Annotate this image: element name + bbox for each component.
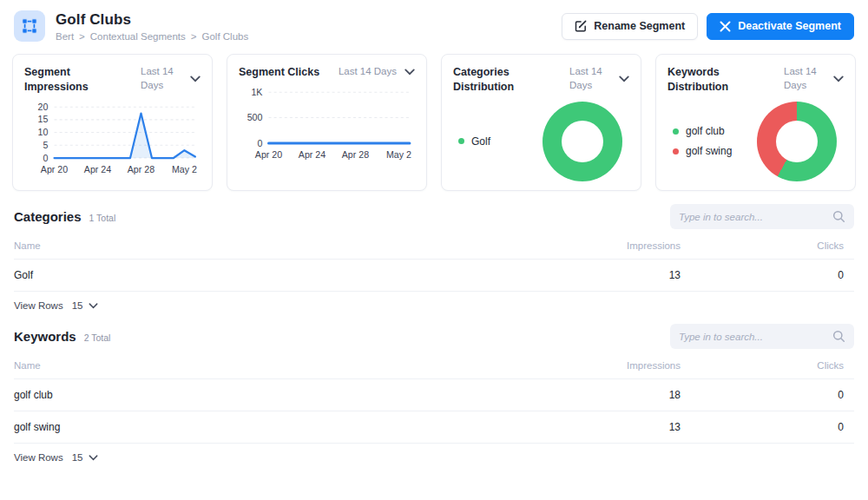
cell-name: Golf bbox=[14, 269, 568, 281]
breadcrumb-separator: > bbox=[191, 31, 197, 42]
svg-text:Apr 24: Apr 24 bbox=[84, 164, 111, 174]
chevron-down-icon bbox=[89, 303, 98, 309]
edit-icon bbox=[575, 20, 587, 32]
categories-table-body: Golf130 bbox=[14, 260, 854, 292]
legend-label: golf club bbox=[686, 125, 725, 137]
card-title: Segment Clicks bbox=[239, 65, 323, 80]
cell-name: golf swing bbox=[14, 421, 568, 433]
svg-text:Apr 20: Apr 20 bbox=[255, 149, 282, 160]
keywords-search bbox=[670, 324, 854, 349]
column-header-impressions: Impressions bbox=[568, 360, 681, 371]
chevron-down-icon bbox=[619, 76, 629, 82]
summary-cards: Segment Impressions Last 14 Days 0510152… bbox=[12, 54, 856, 191]
cell-clicks: 0 bbox=[681, 269, 854, 281]
column-header-impressions: Impressions bbox=[568, 240, 681, 251]
svg-text:5: 5 bbox=[43, 140, 48, 150]
svg-text:May 2: May 2 bbox=[172, 164, 197, 174]
svg-text:Apr 24: Apr 24 bbox=[299, 149, 326, 160]
keywords-section-title: Keywords bbox=[14, 329, 76, 344]
keywords-table-body: golf club180golf swing130 bbox=[14, 379, 854, 444]
search-icon bbox=[832, 330, 845, 343]
categories-table-header: Name Impressions Clicks bbox=[14, 229, 854, 260]
date-range-selector[interactable]: Last 14 Days bbox=[339, 65, 415, 79]
categories-donut-chart bbox=[542, 102, 622, 181]
rename-segment-button[interactable]: Rename Segment bbox=[562, 13, 698, 40]
page-header: Golf Clubs Bert > Contextual Segments > … bbox=[0, 0, 868, 49]
categories-distribution-card: Categories Distribution Last 14 Days Gol… bbox=[441, 54, 641, 191]
svg-text:Apr 28: Apr 28 bbox=[128, 164, 155, 174]
date-range-selector[interactable]: Last 14 Days bbox=[569, 65, 629, 92]
column-header-name: Name bbox=[14, 360, 568, 371]
chevron-down-icon bbox=[89, 455, 98, 461]
cell-clicks: 0 bbox=[681, 421, 854, 433]
date-range-label: Last 14 Days bbox=[784, 65, 825, 92]
view-rows-label: View Rows bbox=[14, 452, 63, 463]
legend-item[interactable]: Golf bbox=[458, 135, 490, 148]
svg-text:1K: 1K bbox=[251, 87, 262, 97]
deactivate-segment-button[interactable]: Deactivate Segment bbox=[707, 13, 854, 40]
card-title: Keywords Distribution bbox=[667, 65, 763, 95]
svg-text:15: 15 bbox=[38, 114, 49, 124]
categories-section-title: Categories bbox=[14, 209, 82, 224]
legend-item[interactable]: golf club bbox=[673, 125, 732, 137]
legend-item[interactable]: golf swing bbox=[673, 145, 732, 157]
cell-name: golf club bbox=[14, 389, 568, 401]
segment-clicks-card: Segment Clicks Last 14 Days 05001KApr 20… bbox=[227, 54, 427, 191]
table-row[interactable]: golf swing130 bbox=[14, 411, 854, 444]
view-rows-value: 15 bbox=[72, 452, 83, 463]
view-rows-value: 15 bbox=[72, 300, 83, 311]
chevron-down-icon bbox=[404, 69, 415, 76]
categories-donut-legend: Golf bbox=[458, 135, 490, 148]
categories-search bbox=[670, 204, 854, 229]
keywords-donut-legend: golf clubgolf swing bbox=[673, 125, 732, 157]
svg-text:0: 0 bbox=[43, 152, 48, 162]
keywords-search-input[interactable] bbox=[679, 332, 832, 342]
breadcrumb-separator: > bbox=[79, 31, 85, 42]
breadcrumb-item-golf-clubs: Golf Clubs bbox=[201, 31, 248, 42]
table-row[interactable]: golf club180 bbox=[14, 379, 854, 411]
keywords-section: Keywords 2 Total Name Impressions Clicks… bbox=[14, 324, 854, 463]
view-rows-selector[interactable]: View Rows 15 bbox=[14, 300, 854, 311]
table-row[interactable]: Golf130 bbox=[14, 260, 854, 292]
card-title: Segment Impressions bbox=[24, 65, 120, 95]
date-range-label: Last 14 Days bbox=[569, 65, 611, 92]
breadcrumb: Bert > Contextual Segments > Golf Clubs bbox=[56, 31, 248, 42]
svg-text:10: 10 bbox=[38, 127, 49, 137]
donut-hole bbox=[776, 121, 818, 162]
keywords-distribution-card: Keywords Distribution Last 14 Days golf … bbox=[655, 54, 856, 191]
svg-text:20: 20 bbox=[38, 101, 49, 111]
svg-text:May 2: May 2 bbox=[386, 149, 411, 160]
date-range-label: Last 14 Days bbox=[339, 65, 397, 79]
keywords-total-badge: 2 Total bbox=[84, 332, 111, 343]
column-header-clicks: Clicks bbox=[681, 240, 854, 251]
categories-search-input[interactable] bbox=[679, 212, 832, 222]
segment-impressions-card: Segment Impressions Last 14 Days 0510152… bbox=[12, 54, 213, 191]
legend-dot-icon bbox=[458, 138, 464, 144]
breadcrumb-item-contextual-segments[interactable]: Contextual Segments bbox=[90, 31, 186, 42]
cell-clicks: 0 bbox=[681, 389, 854, 401]
categories-section: Categories 1 Total Name Impressions Clic… bbox=[14, 204, 854, 311]
svg-text:Apr 20: Apr 20 bbox=[41, 164, 68, 174]
impressions-line-chart: 05101520Apr 20Apr 24Apr 28May 2 bbox=[24, 98, 201, 187]
breadcrumb-item-bert[interactable]: Bert bbox=[56, 31, 74, 42]
segment-glyph bbox=[21, 17, 38, 35]
keywords-donut-chart bbox=[757, 102, 837, 181]
categories-total-badge: 1 Total bbox=[89, 213, 116, 223]
date-range-label: Last 14 Days bbox=[141, 65, 182, 92]
donut-hole bbox=[562, 121, 603, 162]
rename-segment-label: Rename Segment bbox=[594, 20, 685, 32]
column-header-clicks: Clicks bbox=[681, 360, 854, 371]
clicks-line-chart: 05001KApr 20Apr 24Apr 28May 2 bbox=[239, 83, 415, 172]
legend-label: golf swing bbox=[686, 145, 732, 157]
cell-impressions: 18 bbox=[568, 389, 681, 401]
date-range-selector[interactable]: Last 14 Days bbox=[784, 65, 844, 92]
chevron-down-icon bbox=[833, 76, 844, 82]
card-title: Categories Distribution bbox=[453, 65, 549, 95]
page-title: Golf Clubs bbox=[56, 11, 248, 29]
legend-dot-icon bbox=[673, 128, 679, 135]
column-header-name: Name bbox=[14, 240, 568, 251]
view-rows-selector[interactable]: View Rows 15 bbox=[14, 452, 854, 463]
svg-text:0: 0 bbox=[257, 137, 262, 148]
segment-icon bbox=[14, 10, 45, 42]
date-range-selector[interactable]: Last 14 Days bbox=[141, 65, 201, 92]
